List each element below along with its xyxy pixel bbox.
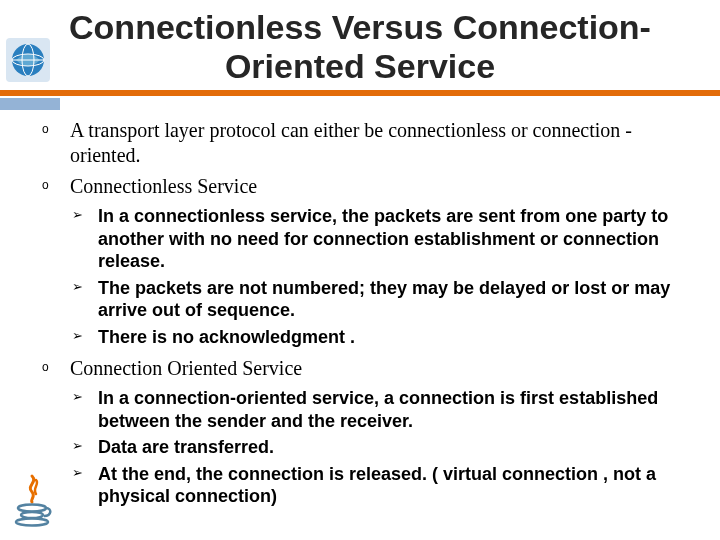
slide: Connectionless Versus Connection-Oriente… — [0, 8, 720, 540]
bullet-oriented-heading: Connection Oriented Service — [70, 356, 692, 381]
bullet-connectionless-heading: Connectionless Service — [70, 174, 692, 199]
oriented-point: In a connection-oriented service, a conn… — [88, 387, 692, 432]
oriented-point: Data are transferred. — [88, 436, 692, 459]
slide-title: Connectionless Versus Connection-Oriente… — [40, 8, 680, 86]
connectionless-point: The packets are not numbered; they may b… — [88, 277, 692, 322]
java-logo-icon — [10, 472, 54, 528]
oriented-sublist: In a connection-oriented service, a conn… — [88, 387, 692, 508]
connectionless-sublist: In a connectionless service, the packets… — [88, 205, 692, 348]
bullet-intro: A transport layer protocol can either be… — [70, 118, 692, 168]
globe-icon — [6, 38, 50, 82]
svg-point-6 — [21, 512, 43, 518]
connectionless-point: In a connectionless service, the packets… — [88, 205, 692, 273]
svg-point-7 — [16, 519, 48, 526]
accent-bar — [0, 90, 720, 96]
content-area: A transport layer protocol can either be… — [0, 110, 720, 508]
sub-accent-bar — [0, 98, 60, 110]
oriented-point: At the end, the connection is released. … — [88, 463, 692, 508]
connectionless-point: There is no acknowledgment . — [88, 326, 692, 349]
svg-point-5 — [18, 505, 46, 512]
